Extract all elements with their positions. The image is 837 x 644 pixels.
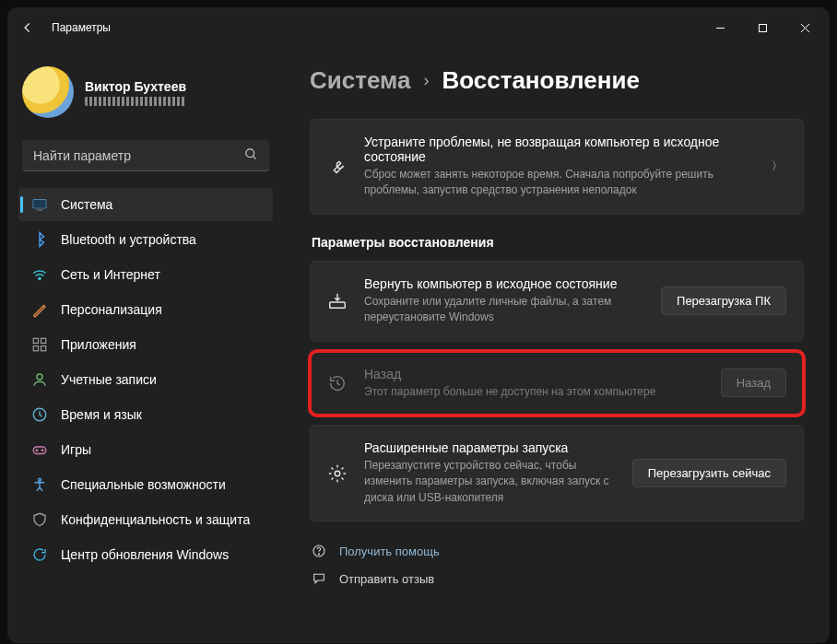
breadcrumb: Система › Восстановление: [310, 66, 804, 95]
svg-rect-16: [33, 447, 46, 454]
time-icon: [31, 406, 48, 423]
profile-name: Виктор Бухтеев: [85, 79, 186, 94]
recovery-button-2[interactable]: Перезагрузить сейчас: [632, 459, 786, 487]
svg-rect-11: [41, 338, 46, 343]
recovery-icon-1: [327, 373, 348, 393]
recovery-icon-0: [327, 291, 348, 311]
sidebar: Виктор Бухтеев СистемаBluetooth и устрой…: [7, 48, 284, 643]
card-title: Расширенные параметры запуска: [364, 440, 616, 455]
maximize-button[interactable]: [741, 13, 784, 42]
window-title: Параметры: [52, 21, 111, 34]
svg-point-17: [41, 450, 43, 451]
breadcrumb-parent[interactable]: Система: [310, 66, 410, 95]
close-button[interactable]: [784, 13, 826, 42]
sidebar-item-accessibility[interactable]: Специальные возможности: [18, 468, 273, 501]
sidebar-item-update[interactable]: Центр обновления Windows: [18, 538, 273, 571]
card-title: Вернуть компьютер в исходное состояние: [364, 276, 644, 291]
sidebar-item-label: Игры: [61, 442, 91, 457]
recovery-button-1: Назад: [721, 369, 786, 397]
troubleshoot-card[interactable]: Устраните проблемы, не возвращая компьют…: [310, 119, 804, 215]
card-title: Устраните проблемы, не возвращая компьют…: [364, 135, 751, 164]
page-title: Восстановление: [442, 66, 639, 95]
avatar: [22, 66, 74, 118]
sidebar-item-label: Центр обновления Windows: [61, 547, 229, 562]
main-panel: Система › Восстановление Устраните пробл…: [284, 48, 830, 643]
personalization-icon: [31, 301, 48, 318]
svg-point-4: [246, 148, 254, 157]
card-title: Назад: [364, 367, 704, 381]
search-input[interactable]: [33, 148, 244, 163]
recovery-icon-2: [327, 463, 348, 484]
svg-rect-19: [330, 302, 346, 308]
network-icon: [31, 266, 48, 283]
titlebar: Параметры: [7, 7, 830, 48]
accessibility-icon: [31, 476, 48, 493]
search-box[interactable]: [22, 140, 269, 171]
settings-window: Параметры Виктор Бухтеев: [7, 7, 830, 643]
update-icon: [31, 546, 48, 563]
sidebar-item-network[interactable]: Сеть и Интернет: [18, 258, 273, 291]
minimize-button[interactable]: [699, 13, 741, 42]
sidebar-item-label: Учетные записи: [61, 372, 157, 387]
svg-rect-12: [33, 346, 38, 351]
sidebar-item-bluetooth[interactable]: Bluetooth и устройства: [18, 223, 273, 256]
svg-point-18: [39, 478, 41, 481]
card-subtitle: Сохраните или удалите личные файлы, а за…: [364, 294, 644, 326]
svg-rect-13: [41, 346, 46, 351]
privacy-icon: [31, 511, 48, 528]
svg-point-14: [37, 374, 42, 380]
footer-links: Получить помощь Отправить отзыв: [310, 544, 804, 586]
svg-rect-10: [33, 338, 38, 343]
feedback-link[interactable]: Отправить отзыв: [312, 571, 804, 586]
card-subtitle: Сброс может занять некоторое время. Снач…: [364, 167, 751, 199]
card-subtitle: Перезапустите устройство сейчас, чтобы и…: [364, 458, 616, 506]
svg-line-5: [253, 156, 255, 158]
help-icon: [312, 544, 328, 558]
chevron-right-icon: ›: [423, 71, 429, 90]
nav-list: СистемаBluetooth и устройстваСеть и Инте…: [15, 188, 277, 571]
sidebar-item-apps[interactable]: Приложения: [18, 328, 273, 361]
sidebar-item-accounts[interactable]: Учетные записи: [18, 363, 273, 396]
sidebar-item-system[interactable]: Система: [18, 188, 273, 221]
sidebar-item-label: Время и язык: [61, 407, 142, 422]
wrench-icon: [327, 157, 348, 177]
help-link[interactable]: Получить помощь: [312, 544, 804, 558]
section-heading: Параметры восстановления: [312, 235, 804, 250]
svg-point-22: [318, 554, 319, 555]
card-subtitle: Этот параметр больше не доступен на этом…: [364, 384, 704, 400]
accounts-icon: [31, 371, 48, 388]
recovery-card-1: НазадЭтот параметр больше не доступен на…: [310, 351, 804, 416]
sidebar-item-label: Специальные возможности: [61, 477, 226, 492]
window-controls: [699, 13, 826, 42]
feedback-label: Отправить отзыв: [339, 572, 434, 586]
help-label: Получить помощь: [339, 544, 440, 558]
sidebar-item-time[interactable]: Время и язык: [18, 398, 273, 431]
system-icon: [31, 196, 48, 213]
bluetooth-icon: [31, 231, 48, 248]
sidebar-item-label: Система: [61, 197, 112, 212]
svg-rect-1: [759, 24, 766, 31]
sidebar-item-gaming[interactable]: Игры: [18, 433, 273, 466]
sidebar-item-label: Персонализация: [61, 302, 162, 317]
sidebar-item-personalization[interactable]: Персонализация: [18, 293, 273, 326]
svg-point-9: [39, 277, 41, 279]
profile-email: [85, 97, 186, 106]
sidebar-item-privacy[interactable]: Конфиденциальность и защита: [18, 503, 273, 536]
sidebar-item-label: Приложения: [61, 337, 136, 352]
recovery-card-2: Расширенные параметры запускаПерезапусти…: [310, 425, 804, 521]
recovery-button-0[interactable]: Перезагрузка ПК: [661, 287, 786, 315]
chevron-right-icon: 〉: [768, 158, 786, 174]
back-button[interactable]: [11, 11, 44, 44]
svg-rect-7: [33, 200, 46, 208]
gaming-icon: [31, 441, 48, 458]
sidebar-item-label: Bluetooth и устройства: [61, 232, 196, 247]
search-icon: [244, 147, 258, 164]
apps-icon: [31, 336, 48, 353]
feedback-icon: [312, 571, 328, 586]
recovery-card-0: Вернуть компьютер в исходное состояниеСо…: [310, 261, 804, 342]
sidebar-item-label: Конфиденциальность и защита: [61, 512, 250, 527]
sidebar-item-label: Сеть и Интернет: [61, 267, 160, 282]
profile-block[interactable]: Виктор Бухтеев: [15, 55, 277, 136]
svg-point-20: [335, 471, 340, 476]
